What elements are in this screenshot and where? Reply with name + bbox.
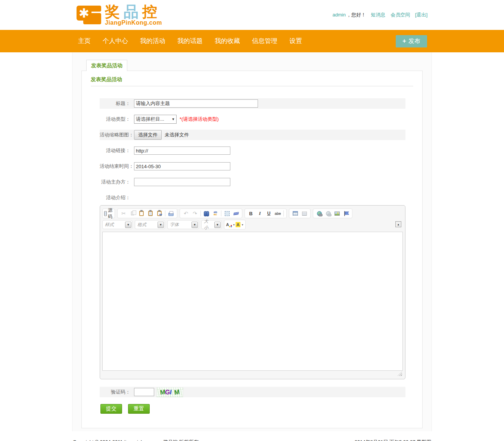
plus-icon: + bbox=[402, 37, 406, 45]
nav-my-topics[interactable]: 我的话题 bbox=[171, 30, 209, 52]
logo-title: 奖品控 bbox=[105, 4, 162, 19]
undo-icon[interactable]: ↶ bbox=[181, 210, 190, 217]
thumbnail-row: 活动缩略图图： 选择文件 未选择文件 bbox=[100, 130, 405, 140]
redo-icon[interactable]: ↷ bbox=[190, 210, 199, 217]
select-all-icon[interactable] bbox=[223, 210, 231, 217]
rich-text-editor: 源码 ✂ W ↶ ↷ abac bbox=[100, 205, 405, 379]
captcha-image[interactable]: MGIM bbox=[156, 387, 183, 397]
thumbnail-label: 活动缩略图图： bbox=[100, 132, 134, 138]
nav-personal-center[interactable]: 个人中心 bbox=[97, 30, 134, 52]
replace-icon[interactable]: abac bbox=[211, 210, 220, 217]
nav-info-management[interactable]: 信息管理 bbox=[246, 30, 283, 52]
page-footer: Copyright © 2004-2011 jiangpinkong.com 奖… bbox=[72, 431, 432, 441]
chevron-down-icon: ▼ bbox=[214, 222, 221, 228]
toolbar-collapse-button[interactable]: ▲ bbox=[395, 221, 401, 227]
link-icon[interactable] bbox=[315, 210, 324, 217]
unlink-icon[interactable] bbox=[324, 210, 333, 217]
choose-file-button[interactable]: 选择文件 bbox=[134, 130, 162, 140]
cut-icon[interactable]: ✂ bbox=[119, 210, 128, 217]
resize-handle-icon[interactable] bbox=[398, 371, 402, 376]
paste-icon[interactable] bbox=[137, 210, 146, 217]
page-header: ✱ 奖品控 JiangPinKong.com admin，您好！ 短消息 会员空… bbox=[0, 0, 504, 30]
nav-my-activities[interactable]: 我的活动 bbox=[134, 30, 171, 52]
chevron-down-icon: ▼ bbox=[170, 117, 176, 121]
editor-content-area[interactable] bbox=[102, 232, 403, 371]
username-link[interactable]: admin bbox=[332, 12, 345, 18]
editor-toolbar-row-1: 源码 ✂ W ↶ ↷ abac bbox=[102, 208, 403, 219]
size-dropdown[interactable]: 大小 ▼ bbox=[201, 220, 222, 229]
print-icon[interactable] bbox=[167, 210, 175, 217]
activity-type-hint: *(请选择活动类型) bbox=[180, 116, 219, 123]
form-buttons: 提交 重置 bbox=[100, 404, 413, 414]
heading-divider bbox=[91, 86, 413, 86]
underline-button[interactable]: U bbox=[264, 210, 273, 217]
captcha-label: 验证码： bbox=[100, 389, 134, 395]
copyright-text: Copyright © 2004-2011 jiangpinkong.com 奖… bbox=[73, 439, 199, 441]
datetime-text: 2014年8月21日 下午5:20:37 星期四 bbox=[355, 439, 431, 441]
end-time-label: 活动结束时间： bbox=[100, 163, 134, 170]
member-space-link[interactable]: 会员空间 bbox=[391, 12, 410, 18]
title-input[interactable] bbox=[134, 99, 258, 108]
copy-icon[interactable] bbox=[128, 210, 137, 217]
page-title: 发表奖品活动 bbox=[91, 75, 413, 86]
nav-home[interactable]: 主页 bbox=[72, 30, 97, 52]
source-doc-icon bbox=[104, 211, 107, 216]
nav-my-favorites[interactable]: 我的收藏 bbox=[209, 30, 246, 52]
text-color-button[interactable]: A▾ bbox=[226, 221, 235, 228]
intro-label-row: 活动介绍： bbox=[100, 192, 405, 203]
paste-word-icon[interactable]: W bbox=[155, 210, 164, 217]
organizer-label: 活动主办方： bbox=[100, 179, 134, 185]
content-wrapper: 发表奖品活动 发表奖品活动 标题： 活动类型： 请选择栏目... ▼ *(请选择… bbox=[72, 52, 432, 431]
bold-button[interactable]: B bbox=[246, 210, 255, 217]
messages-link[interactable]: 短消息 bbox=[371, 12, 386, 18]
horizontal-rule-icon[interactable] bbox=[300, 210, 309, 217]
logout-link[interactable]: [退出] bbox=[415, 12, 427, 18]
activity-link-label: 活动链接： bbox=[100, 147, 134, 154]
anchor-flag-icon[interactable] bbox=[342, 210, 351, 217]
site-logo[interactable]: ✱ 奖品控 JiangPinKong.com bbox=[72, 4, 162, 26]
title-label: 标题： bbox=[100, 100, 134, 107]
logo-domain: JiangPinKong.com bbox=[105, 20, 162, 26]
activity-link-row: 活动链接： bbox=[100, 145, 405, 156]
editor-toolbar-row-2: 样式 ▼ 格式 ▼ 字体 ▼ 大小 ▼ A▾ A▾ bbox=[102, 219, 403, 230]
user-links: admin，您好！ 短消息 会员空间 [退出] bbox=[332, 12, 432, 18]
nav-settings[interactable]: 设置 bbox=[283, 30, 308, 52]
captcha-input[interactable] bbox=[134, 388, 154, 396]
publish-button[interactable]: + 发布 bbox=[396, 35, 427, 47]
activity-type-select[interactable]: 请选择栏目... ▼ bbox=[134, 115, 177, 124]
reset-button[interactable]: 重置 bbox=[128, 404, 150, 414]
italic-button[interactable]: I bbox=[255, 210, 264, 217]
paste-text-icon[interactable] bbox=[146, 210, 155, 217]
insert-image-icon[interactable] bbox=[333, 210, 342, 217]
chevron-down-icon: ▼ bbox=[125, 222, 131, 228]
strikethrough-button[interactable]: abe bbox=[273, 210, 282, 217]
file-status-text: 未选择文件 bbox=[165, 132, 189, 138]
background-color-button[interactable]: A▾ bbox=[235, 221, 244, 228]
gift-box-icon: ✱ bbox=[77, 5, 101, 25]
activity-type-label: 活动类型： bbox=[100, 116, 134, 123]
activity-type-row: 活动类型： 请选择栏目... ▼ *(请选择活动类型) bbox=[100, 114, 405, 124]
insert-table-icon[interactable] bbox=[291, 210, 300, 217]
format-dropdown[interactable]: 格式 ▼ bbox=[135, 220, 165, 229]
form-panel: 发表奖品活动 标题： 活动类型： 请选择栏目... ▼ *(请选择活动类型) 活… bbox=[81, 71, 423, 428]
greeting-text: ，您好！ bbox=[346, 12, 366, 18]
find-icon[interactable] bbox=[202, 210, 211, 217]
font-dropdown[interactable]: 字体 ▼ bbox=[167, 220, 199, 229]
submit-button[interactable]: 提交 bbox=[100, 404, 122, 414]
title-row: 标题： bbox=[100, 98, 405, 109]
captcha-row: 验证码： MGIM bbox=[100, 387, 405, 397]
organizer-input[interactable] bbox=[134, 178, 230, 186]
source-button[interactable]: 源码 bbox=[104, 210, 113, 217]
chevron-down-icon: ▼ bbox=[192, 222, 198, 228]
tab-publish-activity[interactable]: 发表奖品活动 bbox=[86, 60, 127, 71]
remove-format-icon[interactable] bbox=[231, 210, 240, 217]
activity-link-input[interactable] bbox=[134, 147, 230, 155]
main-nav: 主页 个人中心 我的活动 我的话题 我的收藏 信息管理 设置 + 发布 bbox=[0, 30, 504, 52]
organizer-row: 活动主办方： bbox=[100, 177, 405, 187]
end-time-row: 活动结束时间： bbox=[100, 161, 405, 172]
end-time-input[interactable] bbox=[134, 162, 230, 170]
intro-label: 活动介绍： bbox=[100, 194, 134, 201]
editor-bottom-bar bbox=[102, 371, 403, 377]
chevron-down-icon: ▼ bbox=[158, 222, 164, 228]
style-dropdown[interactable]: 样式 ▼ bbox=[102, 220, 133, 229]
